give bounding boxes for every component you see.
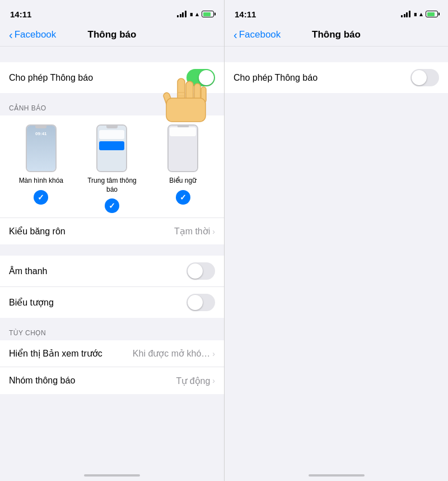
- alert-label-notif: Trung tâm thông báo: [87, 177, 137, 194]
- alert-icons-row: 09:41 Màn hình khóa ✓: [0, 115, 224, 218]
- status-bar-right: 14:11 ∎ ▴: [225, 0, 448, 25]
- badge-toggle[interactable]: [186, 294, 215, 311]
- check-notif[interactable]: ✓: [105, 198, 119, 213]
- group-row[interactable]: Nhóm thông báo Tự động ›: [0, 367, 224, 394]
- preview-label: Hiển thị Bản xem trước: [9, 348, 102, 359]
- settings-content-left: Cho phép Thông báo CẢNH BÁO 09:41: [0, 47, 224, 481]
- battery-icon-right: [426, 11, 438, 17]
- preview-row[interactable]: Hiển thị Bản xem trước Khi được mở khó… …: [0, 340, 224, 367]
- time-right: 14:11: [235, 10, 256, 19]
- badge-label: Biểu tượng: [9, 297, 54, 308]
- options-heading: TÙY CHỌN: [0, 329, 224, 340]
- page-title-left: Thông báo: [59, 29, 165, 40]
- alerts-heading: CẢNH BÁO: [0, 104, 224, 115]
- time-left: 14:11: [10, 10, 31, 19]
- check-banner[interactable]: ✓: [176, 190, 190, 205]
- allow-notif-row-right: Cho phép Thông báo: [225, 62, 448, 93]
- notif-banner-1: [99, 130, 124, 139]
- status-icons-right: ∎ ▴: [401, 10, 438, 18]
- home-indicator-left: [84, 474, 140, 477]
- nav-bar-left: ‹ Facebook Thông báo: [0, 25, 224, 47]
- chevron-left-icon: ‹: [9, 29, 13, 40]
- phone-mini-banner: [167, 124, 198, 172]
- alert-label-lock: Màn hình khóa: [19, 177, 63, 186]
- wifi-icon-right: ∎ ▴: [413, 10, 423, 18]
- allow-notif-label-right: Cho phép Thông báo: [234, 73, 318, 83]
- allow-notif-label: Cho phép Thông báo: [9, 73, 93, 83]
- allow-notif-toggle-right[interactable]: [410, 69, 439, 86]
- signal-icon: [177, 11, 186, 17]
- page-title-right: Thông báo: [284, 29, 389, 40]
- badge-row: Biểu tượng: [0, 287, 224, 318]
- banner-style-row[interactable]: Kiểu băng rôn Tạm thời ›: [0, 218, 224, 244]
- chevron-group-icon: ›: [212, 376, 215, 385]
- preview-value: Khi được mở khó… ›: [133, 348, 215, 359]
- wifi-icon: ∎ ▴: [189, 10, 199, 18]
- chevron-left-icon-right: ‹: [234, 29, 237, 40]
- alert-label-banner: Biểu ngữ: [169, 177, 197, 186]
- lock-screen-preview: 09:41: [27, 126, 55, 171]
- back-button-left[interactable]: ‹ Facebook: [9, 29, 59, 40]
- check-lock[interactable]: ✓: [34, 190, 48, 205]
- options-card: Hiển thị Bản xem trước Khi được mở khó… …: [0, 340, 224, 394]
- notif-banner-2: [99, 141, 124, 150]
- back-label-left: Facebook: [15, 29, 57, 40]
- allow-notif-group: Cho phép Thông báo: [0, 62, 224, 93]
- back-button-right[interactable]: ‹ Facebook: [234, 29, 284, 40]
- home-indicator-right: [309, 474, 365, 477]
- group-label: Nhóm thông báo: [9, 376, 75, 386]
- banner-preview-top: [170, 127, 196, 136]
- status-icons-left: ∎ ▴: [177, 10, 214, 18]
- sounds-card: Âm thanh Biểu tượng: [0, 256, 224, 318]
- back-label-right: Facebook: [239, 29, 281, 40]
- allow-notif-group-right: Cho phép Thông báo: [225, 62, 448, 93]
- banner-style-value: Tạm thời ›: [174, 226, 215, 237]
- left-screen: 14:11 ∎ ▴ ‹ Facebook Thông báo Cho phép …: [0, 0, 224, 481]
- sounds-label: Âm thanh: [9, 266, 47, 276]
- allow-notif-row: Cho phép Thông báo: [0, 62, 224, 93]
- battery-icon: [202, 11, 214, 17]
- options-group: TÙY CHỌN Hiển thị Bản xem trước Khi được…: [0, 329, 224, 394]
- allow-notif-toggle[interactable]: [186, 69, 215, 86]
- right-screen: 14:11 ∎ ▴ ‹ Facebook Thông báo Cho phép …: [224, 0, 448, 481]
- banner-screen-preview: [169, 126, 197, 171]
- phone-mini-notif: [96, 124, 127, 172]
- notch-lock: [35, 126, 46, 128]
- notch-notif: [106, 126, 118, 128]
- alert-item-banner: Biểu ngữ ✓: [158, 124, 208, 205]
- settings-content-right: Cho phép Thông báo: [225, 47, 448, 481]
- alert-item-notif: Trung tâm thông báo ✓: [87, 124, 137, 213]
- sounds-group: Âm thanh Biểu tượng: [0, 256, 224, 318]
- phone-mini-lock: 09:41: [26, 124, 57, 172]
- alerts-group: CẢNH BÁO 09:41 Màn hình khóa ✓: [0, 104, 224, 244]
- chevron-right-icon: ›: [212, 227, 215, 236]
- signal-icon-right: [401, 11, 410, 17]
- sounds-row: Âm thanh: [0, 256, 224, 287]
- alert-item-lock: 09:41 Màn hình khóa ✓: [16, 124, 66, 205]
- notif-screen-preview: [97, 126, 126, 171]
- nav-bar-right: ‹ Facebook Thông báo: [225, 25, 448, 47]
- chevron-preview-icon: ›: [212, 349, 215, 358]
- alerts-card: 09:41 Màn hình khóa ✓: [0, 115, 224, 244]
- group-value: Tự động ›: [176, 376, 215, 386]
- banner-style-label: Kiểu băng rôn: [9, 226, 66, 237]
- sounds-toggle[interactable]: [186, 262, 215, 280]
- lock-preview-time: 09:41: [27, 131, 55, 136]
- status-bar-left: 14:11 ∎ ▴: [0, 0, 224, 25]
